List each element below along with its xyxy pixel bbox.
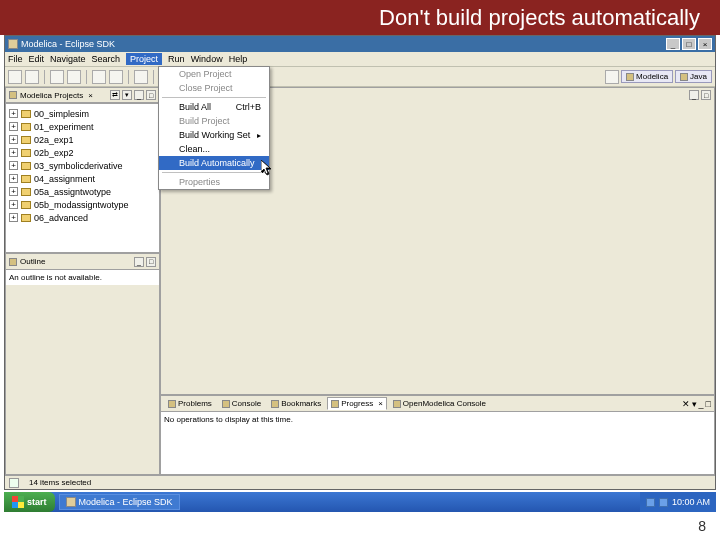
tree-item[interactable]: +00_simplesim — [9, 107, 156, 120]
start-button[interactable]: start — [4, 492, 55, 512]
expand-icon[interactable]: + — [9, 213, 18, 222]
folder-icon — [21, 136, 31, 144]
menu-navigate[interactable]: Navigate — [50, 54, 86, 64]
debug-icon[interactable] — [50, 70, 64, 84]
menu-edit[interactable]: Edit — [29, 54, 45, 64]
perspective-modelica[interactable]: Modelica — [621, 70, 673, 83]
menu-icon[interactable]: ▾ — [692, 399, 697, 409]
minimize-button[interactable]: _ — [666, 38, 680, 50]
menu-run[interactable]: Run — [168, 54, 185, 64]
modelica-icon — [626, 73, 634, 81]
maximize-view-icon[interactable]: □ — [146, 257, 156, 267]
folder-icon — [21, 175, 31, 183]
expand-icon[interactable]: + — [9, 200, 18, 209]
expand-icon[interactable]: + — [9, 148, 18, 157]
tab-close-icon[interactable]: × — [378, 399, 383, 408]
tray-icon[interactable] — [659, 498, 668, 507]
minimize-view-icon[interactable]: _ — [699, 399, 704, 409]
tree-item[interactable]: +05b_modassigntwotype — [9, 198, 156, 211]
menu-label: Close Project — [179, 83, 233, 93]
maximize-button[interactable]: □ — [682, 38, 696, 50]
minimize-view-icon[interactable]: _ — [134, 257, 144, 267]
folder-icon — [21, 188, 31, 196]
tree-item[interactable]: +04_assignment — [9, 172, 156, 185]
expand-icon[interactable]: + — [9, 174, 18, 183]
perspective-java[interactable]: Java — [675, 70, 712, 83]
cursor-icon — [261, 160, 273, 176]
expand-icon[interactable]: + — [9, 122, 18, 131]
menu-clean[interactable]: Clean... — [159, 142, 269, 156]
menu-search[interactable]: Search — [92, 54, 121, 64]
titlebar[interactable]: Modelica - Eclipse SDK _ □ × — [5, 36, 715, 52]
tree-item[interactable]: +03_symbolicderivative — [9, 159, 156, 172]
perspective-label: Java — [690, 72, 707, 81]
menu-window[interactable]: Window — [191, 54, 223, 64]
maximize-view-icon[interactable]: □ — [706, 399, 711, 409]
menu-properties[interactable]: Properties — [159, 175, 269, 189]
projects-view-tab[interactable]: Modelica Projects × ⇄ ▾ _ □ — [5, 87, 160, 103]
outline-view-tab[interactable]: Outline _ □ — [6, 254, 159, 270]
window-title: Modelica - Eclipse SDK — [21, 39, 664, 49]
tab-progress[interactable]: Progress× — [327, 397, 387, 410]
task-label: Modelica - Eclipse SDK — [79, 497, 173, 507]
tab-console[interactable]: Console — [218, 397, 265, 410]
link-icon[interactable]: ⇄ — [110, 90, 120, 100]
menu-file[interactable]: File — [8, 54, 23, 64]
tray-icon[interactable] — [646, 498, 655, 507]
menu-build-working-set[interactable]: Build Working Set▸ — [159, 128, 269, 142]
tree-item[interactable]: +06_advanced — [9, 211, 156, 224]
tab-problems[interactable]: Problems — [164, 397, 216, 410]
menu-close-project[interactable]: Close Project — [159, 81, 269, 95]
bottom-tabs: Problems Console Bookmarks Progress× Ope… — [161, 396, 714, 412]
workbench: Modelica Projects × ⇄ ▾ _ □ +00_simplesi… — [5, 87, 715, 475]
tab-openmodelica-console[interactable]: OpenModelica Console — [389, 397, 490, 410]
folder-icon — [21, 201, 31, 209]
maximize-view-icon[interactable]: □ — [146, 90, 156, 100]
menu-label: Properties — [179, 177, 220, 187]
menu-label: Build Working Set — [179, 130, 250, 140]
page-number: 8 — [698, 518, 706, 534]
project-dropdown[interactable]: Open Project Close Project Build AllCtrl… — [158, 66, 270, 190]
menu-icon[interactable]: ▾ — [122, 90, 132, 100]
tool-icon[interactable] — [109, 70, 123, 84]
clear-icon[interactable]: ✕ — [682, 399, 690, 409]
expand-icon[interactable]: + — [9, 187, 18, 196]
projects-icon — [9, 91, 17, 99]
minimize-editor-icon[interactable]: _ — [689, 90, 699, 100]
tab-close-icon[interactable]: × — [88, 91, 93, 100]
expand-icon[interactable]: + — [9, 135, 18, 144]
menu-open-project[interactable]: Open Project — [159, 67, 269, 81]
status-icon[interactable] — [9, 478, 19, 488]
minimize-view-icon[interactable]: _ — [134, 90, 144, 100]
close-button[interactable]: × — [698, 38, 712, 50]
folder-icon — [21, 123, 31, 131]
tab-bookmarks[interactable]: Bookmarks — [267, 397, 325, 410]
maximize-editor-icon[interactable]: □ — [701, 90, 711, 100]
new-icon[interactable] — [8, 70, 22, 84]
menu-build-automatically[interactable]: Build Automatically — [159, 156, 269, 170]
expand-icon[interactable]: + — [9, 161, 18, 170]
menu-help[interactable]: Help — [229, 54, 248, 64]
search-icon[interactable] — [134, 70, 148, 84]
windows-logo-icon — [12, 496, 24, 508]
tree-item[interactable]: +02b_exp2 — [9, 146, 156, 159]
task-eclipse[interactable]: Modelica - Eclipse SDK — [59, 494, 180, 510]
menu-build-all[interactable]: Build AllCtrl+B — [159, 100, 269, 114]
tree-label: 06_advanced — [34, 213, 88, 223]
tree-label: 00_simplesim — [34, 109, 89, 119]
menu-build-project[interactable]: Build Project — [159, 114, 269, 128]
projects-tree[interactable]: +00_simplesim +01_experiment +02a_exp1 +… — [5, 103, 160, 253]
system-tray[interactable]: 10:00 AM — [640, 492, 716, 512]
tool-icon[interactable] — [92, 70, 106, 84]
menu-project[interactable]: Project — [126, 53, 162, 65]
save-icon[interactable] — [25, 70, 39, 84]
expand-icon[interactable]: + — [9, 109, 18, 118]
tree-item[interactable]: +01_experiment — [9, 120, 156, 133]
menu-separator — [162, 97, 266, 98]
separator — [86, 70, 87, 84]
run-icon[interactable] — [67, 70, 81, 84]
open-perspective-icon[interactable] — [605, 70, 619, 84]
tree-item[interactable]: +05a_assigntwotype — [9, 185, 156, 198]
tree-item[interactable]: +02a_exp1 — [9, 133, 156, 146]
tab-label: Problems — [178, 399, 212, 408]
